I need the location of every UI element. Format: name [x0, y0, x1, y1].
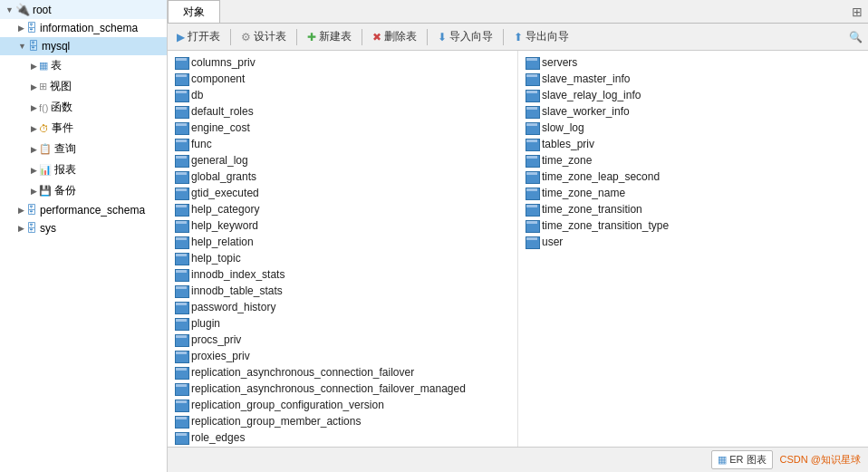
table-list-col2: serversslave_master_infoslave_relay_log_…	[518, 51, 868, 447]
sidebar-item-events[interactable]: ▶ ⏱ 事件	[0, 118, 167, 139]
table-icon	[526, 57, 538, 68]
table-item[interactable]: slave_worker_info	[518, 103, 868, 120]
delete-table-button[interactable]: ✖ 删除表	[367, 26, 422, 47]
table-icon	[526, 73, 538, 84]
table-icon	[526, 90, 538, 101]
table-name: slow_log	[542, 121, 584, 134]
table-item[interactable]: innodb_index_stats	[168, 266, 517, 283]
table-item[interactable]: default_roles	[168, 103, 517, 120]
sep1	[230, 29, 231, 45]
table-item[interactable]: role_edges	[168, 429, 517, 446]
sidebar-item-functions[interactable]: ▶ f() 函数	[0, 97, 167, 118]
expand-arrow-tables: ▶	[31, 62, 37, 71]
table-item[interactable]: tables_priv	[518, 136, 868, 152]
table-item[interactable]: engine_cost	[168, 120, 517, 136]
expand-arrow-views: ▶	[31, 82, 37, 92]
er-diagram-button[interactable]: ▦ ER 图表	[711, 450, 772, 469]
table-icon	[526, 171, 538, 182]
table-name: columns_priv	[191, 56, 256, 69]
sep4	[427, 29, 428, 45]
table-item[interactable]: replication_asynchronous_connection_fail…	[168, 364, 517, 380]
tab-bar: 对象 ⊞	[168, 0, 868, 24]
table-item[interactable]: replication_group_member_actions	[168, 413, 517, 429]
table-item[interactable]: global_grants	[168, 169, 517, 185]
table-item[interactable]: slave_master_info	[518, 71, 868, 87]
open-table-button[interactable]: ▶ 打开表	[171, 26, 226, 47]
table-item[interactable]: component	[168, 71, 517, 87]
table-item[interactable]: replication_asynchronous_connection_fail…	[168, 380, 517, 397]
sidebar-item-views[interactable]: ▶ ⊞ 视图	[0, 76, 167, 97]
table-name: help_keyword	[191, 219, 258, 232]
sidebar-item-backup[interactable]: ▶ 💾 备份	[0, 180, 167, 201]
table-item[interactable]: servers	[518, 54, 868, 71]
sidebar-label-root: root	[33, 4, 52, 16]
tab-objects-label: 对象	[183, 5, 205, 20]
tab-objects[interactable]: 对象	[168, 0, 220, 23]
table-item[interactable]: time_zone_transition	[518, 201, 868, 217]
sidebar-label-views: 视图	[50, 79, 72, 94]
design-table-button[interactable]: ⚙ 设计表	[236, 26, 292, 47]
table-item[interactable]: func	[168, 136, 517, 152]
sidebar-item-queries[interactable]: ▶ 📋 查询	[0, 139, 167, 159]
table-item[interactable]: procs_priv	[168, 332, 517, 348]
table-item[interactable]: help_topic	[168, 250, 517, 266]
table-item[interactable]: general_log	[168, 152, 517, 169]
table-item[interactable]: password_history	[168, 299, 517, 315]
table-item[interactable]: time_zone_name	[518, 185, 868, 201]
table-name: time_zone_leap_second	[542, 170, 660, 183]
sidebar-label-events: 事件	[52, 120, 73, 136]
table-item[interactable]: db	[168, 87, 517, 103]
table-name: gtid_executed	[191, 187, 259, 199]
table-name: help_relation	[191, 236, 254, 248]
sidebar-item-tables[interactable]: ▶ ▦ 表	[0, 55, 167, 76]
delete-table-label: 删除表	[384, 29, 417, 44]
watermark-text: CSDN @知识星球	[780, 453, 861, 467]
search-button[interactable]: 🔍	[846, 28, 864, 46]
sidebar-label-sys: sys	[40, 222, 56, 235]
table-name: default_roles	[191, 105, 254, 118]
table-item[interactable]: gtid_executed	[168, 185, 517, 201]
sidebar-item-root[interactable]: ▼ 🔌 root	[0, 0, 167, 19]
expand-arrow-queries: ▶	[31, 145, 37, 154]
export-button[interactable]: ⬆ 导出向导	[508, 26, 574, 47]
table-item[interactable]: help_keyword	[168, 217, 517, 234]
db-icon-perf: 🗄	[26, 204, 37, 217]
table-icon	[175, 253, 188, 264]
table-name: time_zone_transition_type	[542, 219, 669, 232]
table-icon	[526, 204, 538, 215]
sidebar-label-queries: 查询	[54, 141, 76, 157]
table-item[interactable]: plugin	[168, 315, 517, 332]
table-icon	[175, 367, 188, 378]
table-item[interactable]: help_category	[168, 201, 517, 217]
table-item[interactable]: help_relation	[168, 234, 517, 250]
sidebar-label-reports: 报表	[54, 162, 76, 178]
export-icon: ⬆	[514, 31, 523, 43]
table-item[interactable]: innodb_table_stats	[168, 283, 517, 299]
table-item[interactable]: user	[518, 234, 868, 250]
table-name: engine_cost	[191, 121, 250, 134]
table-name: slave_master_info	[542, 72, 630, 85]
tab-action-icon[interactable]: ⊞	[846, 0, 868, 23]
table-item[interactable]: replication_group_configuration_version	[168, 397, 517, 413]
table-name: plugin	[191, 317, 220, 330]
table-item[interactable]: time_zone_transition_type	[518, 217, 868, 234]
table-item[interactable]: slave_relay_log_info	[518, 87, 868, 103]
sidebar-item-performance-schema[interactable]: ▶ 🗄 performance_schema	[0, 201, 167, 219]
table-item[interactable]: columns_priv	[168, 54, 517, 71]
table-item[interactable]: time_zone_leap_second	[518, 169, 868, 185]
import-button[interactable]: ⬇ 导入向导	[432, 26, 498, 47]
table-item[interactable]: proxies_priv	[168, 348, 517, 364]
sidebar-item-reports[interactable]: ▶ 📊 报表	[0, 159, 167, 180]
sidebar-item-sys[interactable]: ▶ 🗄 sys	[0, 219, 167, 237]
table-icon	[175, 334, 188, 345]
sidebar-label-mysql: mysql	[42, 40, 70, 53]
sidebar-item-mysql[interactable]: ▼ 🗄 mysql	[0, 37, 167, 55]
table-item[interactable]: time_zone	[518, 152, 868, 169]
table-name: innodb_index_stats	[191, 268, 285, 281]
expand-arrow-functions: ▶	[31, 103, 37, 112]
table-icon	[175, 351, 188, 361]
sidebar-item-information-schema[interactable]: ▶ 🗄 information_schema	[0, 19, 167, 37]
table-name: password_history	[191, 301, 275, 313]
new-table-button[interactable]: ✚ 新建表	[302, 26, 357, 47]
table-item[interactable]: slow_log	[518, 120, 868, 136]
